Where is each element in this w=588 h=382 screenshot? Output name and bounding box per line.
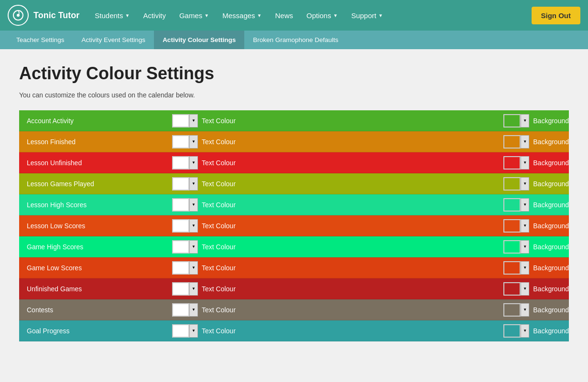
color-row: Account Activity ▼ Text Colour ▼ Backgro…: [19, 110, 569, 131]
text-color-box[interactable]: [172, 219, 189, 233]
text-color-dropdown[interactable]: ▼: [189, 198, 198, 212]
bg-color-box[interactable]: [503, 324, 521, 338]
dropdown-arrow-icon: ▼: [333, 13, 338, 18]
bg-color-picker[interactable]: ▼: [503, 282, 529, 296]
bg-color-picker[interactable]: ▼: [503, 135, 529, 149]
text-color-picker[interactable]: ▼: [172, 282, 198, 296]
bg-color-box[interactable]: [503, 156, 521, 170]
text-color-dropdown[interactable]: ▼: [189, 156, 198, 170]
bg-color-box[interactable]: [503, 219, 521, 233]
text-colour-label: Text Colour: [202, 117, 240, 125]
bg-color-box[interactable]: [503, 198, 521, 212]
text-color-box[interactable]: [172, 135, 189, 149]
text-color-picker[interactable]: ▼: [172, 198, 198, 212]
text-color-box[interactable]: [172, 261, 189, 275]
text-color-dropdown[interactable]: ▼: [189, 261, 198, 275]
text-colour-label: Text Colour: [202, 201, 240, 209]
text-color-dropdown[interactable]: ▼: [189, 282, 198, 296]
subnav-item-teacher-settings[interactable]: Teacher Settings: [8, 31, 73, 49]
background-label: Background: [533, 327, 569, 335]
text-color-group: ▼ Text Colour: [172, 282, 503, 296]
text-color-dropdown[interactable]: ▼: [189, 240, 198, 254]
bg-color-dropdown[interactable]: ▼: [521, 324, 529, 338]
text-color-picker[interactable]: ▼: [172, 303, 198, 317]
text-color-dropdown[interactable]: ▼: [189, 219, 198, 233]
bg-color-picker[interactable]: ▼: [503, 156, 529, 170]
subnav-item-activity-event-settings[interactable]: Activity Event Settings: [73, 31, 154, 49]
bg-color-box[interactable]: [503, 177, 521, 191]
bg-color-picker[interactable]: ▼: [503, 198, 529, 212]
bg-color-picker[interactable]: ▼: [503, 303, 529, 317]
text-color-picker[interactable]: ▼: [172, 177, 198, 191]
text-color-box[interactable]: [172, 198, 189, 212]
text-color-picker[interactable]: ▼: [172, 135, 198, 149]
bg-color-picker[interactable]: ▼: [503, 219, 529, 233]
text-color-group: ▼ Text Colour: [172, 324, 503, 338]
text-color-box[interactable]: [172, 324, 189, 338]
nav-item-games[interactable]: Games▼: [174, 8, 215, 23]
text-color-dropdown[interactable]: ▼: [189, 114, 198, 127]
nav-item-students[interactable]: Students▼: [89, 8, 135, 23]
bg-color-dropdown[interactable]: ▼: [521, 135, 529, 149]
color-row: Lesson High Scores ▼ Text Colour ▼ Backg…: [19, 194, 569, 215]
bg-color-dropdown[interactable]: ▼: [521, 240, 529, 254]
navbar: Tonic Tutor Students▼ActivityGames▼Messa…: [0, 0, 588, 31]
text-color-box[interactable]: [172, 177, 189, 191]
color-row: Goal Progress ▼ Text Colour ▼ Background: [19, 320, 569, 341]
signout-button[interactable]: Sign Out: [532, 7, 581, 24]
text-color-box[interactable]: [172, 240, 189, 254]
bg-color-picker[interactable]: ▼: [503, 324, 529, 338]
bg-color-box[interactable]: [503, 261, 521, 275]
nav-items: Students▼ActivityGames▼Messages▼NewsOpti…: [89, 8, 531, 23]
text-color-picker[interactable]: ▼: [172, 219, 198, 233]
nav-item-support[interactable]: Support▼: [346, 8, 389, 23]
text-color-picker[interactable]: ▼: [172, 156, 198, 170]
text-color-picker[interactable]: ▼: [172, 324, 198, 338]
bg-color-box[interactable]: [503, 303, 521, 317]
nav-item-messages[interactable]: Messages▼: [217, 8, 267, 23]
nav-item-options[interactable]: Options▼: [301, 8, 344, 23]
text-colour-label: Text Colour: [202, 306, 240, 314]
text-color-box[interactable]: [172, 282, 189, 296]
bg-color-picker[interactable]: ▼: [503, 114, 529, 127]
bg-color-dropdown[interactable]: ▼: [521, 177, 529, 191]
subnav-item-broken-gramophone-defaults[interactable]: Broken Gramophone Defaults: [244, 31, 347, 49]
bg-color-picker[interactable]: ▼: [503, 261, 529, 275]
background-label: Background: [533, 180, 569, 188]
subnav-item-activity-colour-settings[interactable]: Activity Colour Settings: [154, 31, 244, 49]
bg-color-box[interactable]: [503, 240, 521, 254]
bg-color-group: ▼ Background: [503, 282, 569, 296]
brand-logo: [8, 5, 29, 26]
background-label: Background: [533, 264, 569, 272]
bg-color-box[interactable]: [503, 135, 521, 149]
bg-color-group: ▼ Background: [503, 135, 569, 149]
bg-color-box[interactable]: [503, 282, 521, 296]
text-color-dropdown[interactable]: ▼: [189, 135, 198, 149]
bg-color-dropdown[interactable]: ▼: [521, 282, 529, 296]
text-color-box[interactable]: [172, 156, 189, 170]
text-color-box[interactable]: [172, 114, 189, 127]
color-row: Lesson Unfinished ▼ Text Colour ▼ Backgr…: [19, 152, 569, 173]
text-color-picker[interactable]: ▼: [172, 240, 198, 254]
nav-item-news[interactable]: News: [270, 8, 299, 23]
bg-color-group: ▼ Background: [503, 240, 569, 254]
text-color-dropdown[interactable]: ▼: [189, 303, 198, 317]
bg-color-dropdown[interactable]: ▼: [521, 198, 529, 212]
bg-color-box[interactable]: [503, 114, 521, 127]
bg-color-dropdown[interactable]: ▼: [521, 261, 529, 275]
bg-color-picker[interactable]: ▼: [503, 177, 529, 191]
bg-color-dropdown[interactable]: ▼: [521, 114, 529, 127]
nav-item-activity[interactable]: Activity: [137, 8, 172, 23]
bg-color-dropdown[interactable]: ▼: [521, 156, 529, 170]
text-color-box[interactable]: [172, 303, 189, 317]
text-color-dropdown[interactable]: ▼: [189, 324, 198, 338]
text-color-picker[interactable]: ▼: [172, 261, 198, 275]
bg-color-dropdown[interactable]: ▼: [521, 303, 529, 317]
bg-color-dropdown[interactable]: ▼: [521, 219, 529, 233]
text-color-picker[interactable]: ▼: [172, 114, 198, 127]
text-color-dropdown[interactable]: ▼: [189, 177, 198, 191]
row-label: Lesson Games Played: [19, 180, 172, 188]
bg-color-group: ▼ Background: [503, 177, 569, 191]
bg-color-picker[interactable]: ▼: [503, 240, 529, 254]
color-row: Contests ▼ Text Colour ▼ Background: [19, 299, 569, 320]
